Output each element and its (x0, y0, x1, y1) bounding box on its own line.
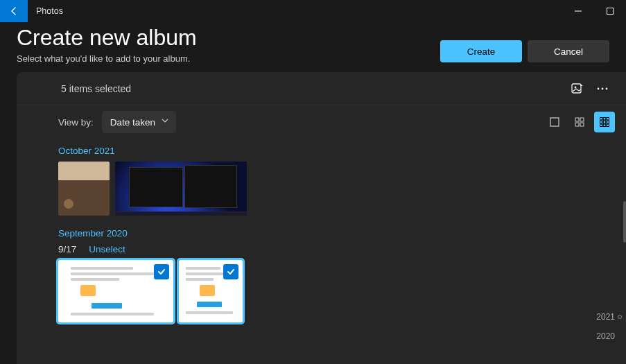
photo-thumbnail[interactable] (115, 162, 247, 216)
svg-point-5 (606, 87, 608, 89)
thumb-row (58, 162, 615, 216)
create-button[interactable]: Create (440, 40, 522, 62)
ellipsis-icon (596, 83, 609, 95)
view-by-value: Date taken (110, 117, 155, 128)
size-medium-button[interactable] (569, 112, 590, 132)
view-by-label: View by: (58, 117, 94, 128)
group-date[interactable]: 9/17 (58, 244, 76, 254)
chevron-down-icon (161, 116, 169, 127)
size-large-button[interactable] (544, 112, 565, 132)
thumb-row (58, 260, 615, 322)
view-bar: View by: Date taken (17, 105, 626, 139)
group-header[interactable]: October 2021 (58, 146, 615, 156)
window-controls (562, 0, 626, 22)
svg-rect-0 (607, 8, 614, 15)
arrow-left-icon (8, 6, 19, 17)
group-header[interactable]: September 2020 (58, 228, 615, 239)
size-small-button[interactable] (594, 112, 615, 132)
group-subheader: 9/17 Unselect (58, 244, 615, 254)
photo-thumbnail[interactable] (179, 260, 243, 322)
back-button[interactable] (0, 0, 28, 22)
minimize-button[interactable] (562, 0, 594, 22)
maximize-button[interactable] (594, 0, 626, 22)
svg-rect-17 (600, 124, 603, 127)
svg-rect-19 (607, 124, 609, 127)
svg-rect-7 (575, 118, 579, 121)
svg-rect-12 (603, 118, 606, 121)
svg-rect-8 (580, 118, 584, 121)
cancel-button[interactable]: Cancel (528, 40, 609, 62)
svg-rect-15 (603, 121, 606, 123)
more-options-button[interactable] (590, 76, 615, 101)
selection-bar: 5 items selected (17, 72, 626, 105)
svg-rect-16 (607, 121, 609, 123)
year-link-2020[interactable]: 2020 (596, 331, 622, 341)
image-icon (571, 82, 584, 96)
svg-point-3 (598, 87, 600, 89)
svg-point-2 (575, 86, 577, 88)
header-text: Create new album Select what you'd like … (17, 25, 197, 64)
svg-point-4 (602, 87, 604, 89)
photo-gallery[interactable]: October 2021 September 2020 9/17 Unselec… (17, 139, 626, 364)
year-scrubber: 2021 2020 (596, 312, 622, 341)
scrollbar-thumb[interactable] (623, 201, 626, 243)
selection-count: 5 items selected (61, 83, 131, 94)
checkmark-icon (154, 264, 169, 279)
content-panel: 5 items selected View by: Date taken (17, 72, 626, 364)
header-actions: Create Cancel (440, 40, 609, 62)
app-title: Photos (36, 6, 63, 16)
year-link-2021[interactable]: 2021 (596, 312, 622, 322)
image-tool-button[interactable] (565, 76, 590, 101)
svg-rect-14 (600, 121, 603, 123)
page-header: Create new album Select what you'd like … (0, 22, 626, 72)
photo-thumbnail[interactable] (58, 260, 173, 322)
view-by-select[interactable]: Date taken (102, 111, 176, 133)
svg-rect-6 (550, 118, 559, 126)
checkmark-icon (223, 264, 238, 279)
svg-rect-11 (600, 118, 603, 121)
page-subtitle: Select what you'd like to add to your al… (17, 53, 197, 64)
svg-rect-13 (607, 118, 609, 121)
svg-rect-18 (603, 124, 606, 127)
svg-rect-9 (575, 123, 579, 126)
page-title: Create new album (17, 25, 197, 51)
title-bar: Photos (0, 0, 626, 22)
svg-rect-10 (580, 123, 584, 126)
thumbnail-size-group (544, 112, 615, 132)
photo-thumbnail[interactable] (58, 162, 110, 216)
unselect-link[interactable]: Unselect (89, 244, 125, 254)
